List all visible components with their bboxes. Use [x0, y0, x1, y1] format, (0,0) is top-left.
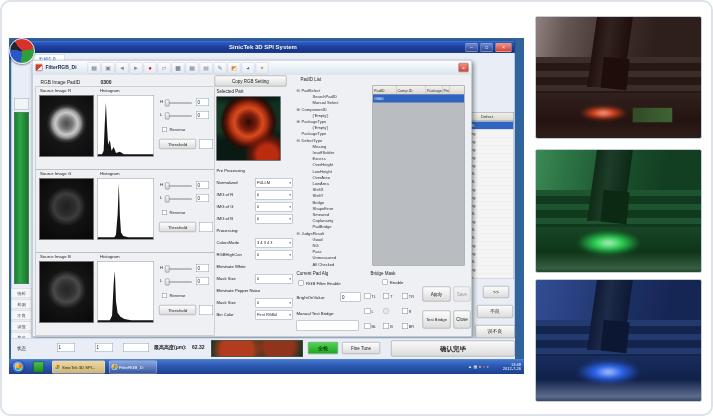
side-label[interactable]: 误报 [11, 321, 32, 331]
l-slider-thumb[interactable] [165, 196, 170, 203]
grid-dark-icon[interactable]: ▩ [172, 62, 185, 74]
layers-icon[interactable]: ▤ [200, 62, 213, 74]
threshold-button[interactable]: Threshold [159, 222, 196, 232]
l-value-field[interactable]: 0 [196, 111, 209, 119]
h-slider-track[interactable] [166, 103, 192, 105]
h-slider-thumb[interactable] [165, 183, 170, 190]
copy-rgb-setting-button[interactable]: Copy RGB Setting [215, 76, 287, 87]
save-button[interactable]: Save [454, 287, 471, 302]
h-value-field[interactable]: 0 [196, 181, 209, 189]
pre-processing-select[interactable]: FULLM▾ [256, 178, 293, 188]
pre-processing-select[interactable]: First RGBd▾ [256, 310, 293, 320]
pre-processing-select[interactable]: 0▾ [256, 274, 293, 284]
bridge-mask-cell[interactable] [383, 308, 402, 314]
l-slider-track[interactable] [166, 116, 192, 118]
taskbar-app-icon[interactable] [33, 362, 44, 373]
measure-icon[interactable]: ▱ [158, 62, 171, 74]
side-label[interactable]: 待检 [11, 288, 32, 298]
close-button[interactable]: × [496, 43, 512, 52]
false-ng-button[interactable]: 误不良 [475, 325, 515, 338]
confirm-complete-button[interactable]: 确认完毕 [391, 341, 515, 357]
prev-icon[interactable]: ◄ [116, 62, 129, 74]
pencil-icon[interactable]: ✎ [214, 62, 227, 74]
l-slider-thumb[interactable] [165, 279, 170, 286]
l-slider-thumb[interactable] [165, 113, 170, 120]
l-value-field[interactable]: 0 [196, 194, 209, 202]
bridge-mask-cell[interactable]: BR [402, 323, 421, 329]
h-slider-thumb[interactable] [165, 266, 170, 273]
dialog-titlebar[interactable]: FilterRGB_Di ▦▣◄►●▱▩▦▤✎◩◕✦ × [33, 61, 472, 75]
l-slider-track[interactable] [166, 199, 192, 201]
ng-button[interactable]: 不良 [477, 305, 513, 318]
grid-icon[interactable]: ▦ [186, 62, 199, 74]
status-field-1[interactable]: 1 [57, 343, 75, 352]
record-icon[interactable]: ● [144, 62, 157, 74]
bridge-mask-cell[interactable]: TR [402, 293, 421, 299]
manual-test-bridge-field[interactable] [297, 321, 359, 331]
bridge-mask-cell[interactable]: R [402, 308, 421, 314]
bridge-mask-cell[interactable]: BL [365, 323, 384, 329]
pre-processing-select[interactable]: 0▾ [256, 250, 293, 260]
mask-checkbox[interactable] [365, 293, 371, 299]
pre-processing-select[interactable]: 0▾ [256, 202, 293, 212]
mask-checkbox[interactable] [402, 293, 408, 299]
rgb-icon[interactable]: ◕ [242, 62, 255, 74]
bridge-enable-checkbox[interactable] [383, 280, 388, 285]
apply-button[interactable]: Apply [423, 287, 451, 302]
pad-table-selected-row[interactable]: 0300 [373, 95, 464, 103]
mask-checkbox[interactable] [383, 308, 389, 314]
mask-checkbox[interactable] [383, 293, 389, 299]
tray-network-icon[interactable]: ▦ [473, 364, 477, 369]
h-slider-thumb[interactable] [165, 100, 170, 107]
bridge-mask-cell[interactable]: B [383, 323, 402, 329]
mask-checkbox[interactable] [383, 323, 389, 329]
h-slider-track[interactable] [166, 186, 192, 188]
reverse-checkbox[interactable] [162, 127, 167, 132]
mask-checkbox[interactable] [365, 323, 371, 329]
mask-checkbox[interactable] [402, 323, 408, 329]
status-field-3[interactable] [123, 343, 149, 352]
tray-status-yellow-icon[interactable]: ● [479, 364, 481, 369]
palette-icon[interactable]: ◩ [228, 62, 241, 74]
threshold-field[interactable] [199, 305, 213, 315]
tray-volume-icon[interactable]: ◗ [487, 364, 489, 369]
bridge-mask-cell[interactable]: TL [365, 293, 384, 299]
reverse-checkbox[interactable] [162, 210, 167, 215]
hand-icon[interactable]: ✦ [256, 62, 269, 74]
fine-tune-button[interactable]: Fine Tune [342, 342, 380, 354]
minimize-button[interactable]: – [466, 43, 478, 52]
h-slider-track[interactable] [166, 269, 192, 271]
taskbar-task-filter[interactable]: FilterRGB_Di [109, 361, 157, 374]
save-icon[interactable]: ▣ [102, 62, 115, 74]
pre-processing-select[interactable]: 0▾ [256, 214, 293, 224]
bridge-mask-cell[interactable]: L [365, 308, 384, 314]
pre-processing-select[interactable]: 0▾ [256, 298, 293, 308]
side-label[interactable]: 不良 [11, 310, 32, 320]
h-value-field[interactable]: 0 [196, 264, 209, 272]
full-scan-button[interactable]: 全检 [308, 342, 338, 354]
pre-processing-select[interactable]: 3 4 3 4 3▾ [256, 238, 293, 248]
side-label[interactable]: 检测 [11, 299, 32, 309]
main-window-titlebar[interactable]: SinicTek 3D SPI System – □ × [11, 40, 515, 53]
status-field-2[interactable]: 1 [95, 343, 113, 352]
l-value-field[interactable]: 0 [196, 277, 209, 285]
threshold-field[interactable] [199, 139, 213, 149]
threshold-field[interactable] [199, 222, 213, 232]
start-button[interactable] [12, 361, 25, 374]
h-value-field[interactable]: 0 [196, 98, 209, 106]
threshold-button[interactable]: Threshold [159, 139, 196, 149]
close-dialog-button[interactable]: Close [454, 311, 471, 329]
bridge-mask-cell[interactable]: T [383, 293, 402, 299]
pre-processing-select[interactable]: 0▾ [256, 190, 293, 200]
tray-expand-icon[interactable]: ▲ [468, 364, 472, 369]
test-bridge-button[interactable]: Test Bridge [423, 311, 451, 329]
rgb-filter-checkbox[interactable] [299, 281, 304, 286]
taskbar-task-spi[interactable]: SinicTek 3D SPI... [52, 361, 105, 374]
l-slider-track[interactable] [166, 282, 192, 284]
tray-status-red-icon[interactable]: ● [483, 364, 485, 369]
maximize-button[interactable]: □ [481, 43, 493, 52]
bright-value-field[interactable]: 0 [341, 293, 361, 302]
reverse-checkbox[interactable] [162, 293, 167, 298]
mask-checkbox[interactable] [402, 308, 408, 314]
tree-item[interactable]: All Checked [295, 261, 369, 267]
